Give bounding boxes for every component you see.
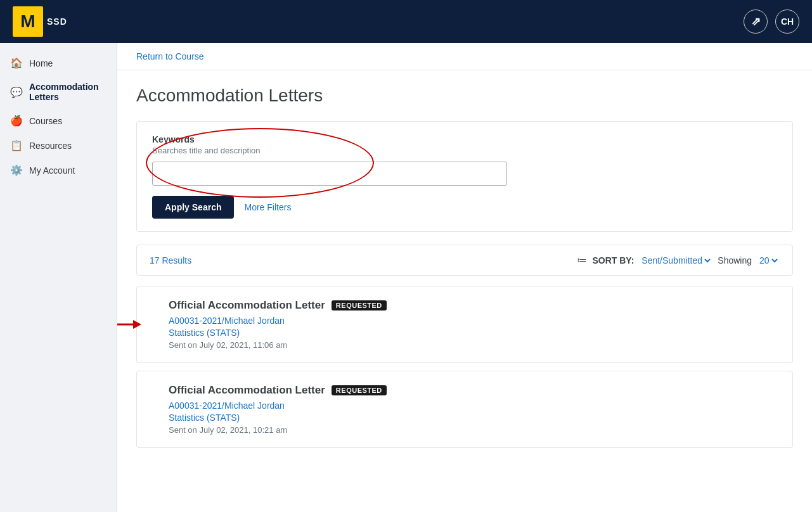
home-icon: 🏠 — [10, 57, 23, 69]
main-content: Return to Course Accommodation Letters K… — [117, 43, 812, 512]
sidebar-item-home-label: Home — [29, 58, 53, 68]
page-title: Accommodation Letters — [136, 86, 793, 106]
user-avatar[interactable]: CH — [775, 10, 799, 34]
showing-select[interactable]: 20 10 50 — [757, 255, 780, 266]
sidebar-item-home[interactable]: 🏠 Home — [0, 51, 117, 75]
sidebar-item-accommodation-letters[interactable]: 💬 Accommodation Letters — [0, 75, 117, 108]
red-arrow-icon — [117, 317, 141, 332]
result-item[interactable]: Official Accommodation Letter REQUESTED … — [136, 371, 793, 448]
sidebar-item-resources[interactable]: 📋 Resources — [0, 133, 117, 158]
my-account-icon: ⚙️ — [10, 164, 23, 176]
results-bar: 17 Results ≔ SORT BY: Sent/Submitted Tit… — [136, 245, 793, 276]
result-title-row: Official Accommodation Letter REQUESTED — [169, 384, 780, 397]
more-filters-button[interactable]: More Filters — [244, 202, 291, 212]
keywords-input[interactable] — [152, 162, 507, 186]
result-date: Sent on July 02, 2021, 10:21 am — [169, 425, 780, 435]
sort-by-label: SORT BY: — [592, 255, 634, 266]
sidebar-item-courses-label: Courses — [29, 116, 62, 126]
status-badge: REQUESTED — [332, 300, 387, 310]
result-course: Statistics (STATS) — [169, 413, 780, 423]
page-layout: 🏠 Home 💬 Accommodation Letters 🍎 Courses… — [0, 43, 812, 512]
search-buttons: Apply Search More Filters — [152, 196, 777, 219]
resources-icon: 📋 — [10, 139, 23, 151]
sidebar: 🏠 Home 💬 Accommodation Letters 🍎 Courses… — [0, 43, 117, 512]
result-course: Statistics (STATS) — [169, 328, 780, 338]
sidebar-item-courses[interactable]: 🍎 Courses — [0, 108, 117, 133]
sidebar-item-resources-label: Resources — [29, 141, 72, 151]
courses-icon: 🍎 — [10, 115, 23, 127]
status-badge: REQUESTED — [332, 385, 387, 395]
accommodation-icon: 💬 — [10, 86, 23, 98]
result-item[interactable]: Official Accommodation Letter REQUESTED … — [136, 286, 793, 363]
result-title: Official Accommodation Letter — [169, 384, 325, 397]
apply-search-button[interactable]: Apply Search — [152, 196, 234, 219]
sort-select[interactable]: Sent/Submitted Title Date — [639, 255, 712, 266]
result-date: Sent on July 02, 2021, 11:06 am — [169, 340, 780, 350]
breadcrumb-bar: Return to Course — [117, 43, 812, 70]
sort-icon: ≔ — [577, 254, 587, 266]
result-meta: A00031-2021/Michael Jordan — [169, 316, 780, 326]
sidebar-item-my-account[interactable]: ⚙️ My Account — [0, 158, 117, 182]
result-meta: A00031-2021/Michael Jordan — [169, 400, 780, 411]
link-icon-button[interactable]: ⇗ — [744, 10, 768, 34]
logo-m: M — [13, 6, 43, 37]
sidebar-item-accommodation-label: Accommodation Letters — [29, 82, 106, 102]
result-title: Official Accommodation Letter — [169, 299, 325, 312]
result-title-row: Official Accommodation Letter REQUESTED — [169, 299, 780, 312]
search-section: Keywords Searches title and description … — [136, 121, 793, 232]
logo: M SSD — [13, 6, 67, 37]
arrow-annotation — [117, 317, 141, 332]
showing-label: Showing — [718, 255, 752, 266]
app-header: M SSD ⇗ CH — [0, 0, 812, 43]
content-area: Accommodation Letters Keywords Searches … — [117, 70, 812, 471]
results-list: Official Accommodation Letter REQUESTED … — [136, 286, 793, 456]
header-icons: ⇗ CH — [744, 10, 799, 34]
logo-ssd: SSD — [47, 16, 67, 27]
sort-area: ≔ SORT BY: Sent/Submitted Title Date Sho… — [577, 254, 780, 266]
keywords-label: Keywords — [152, 134, 777, 144]
return-to-course-link[interactable]: Return to Course — [136, 51, 204, 61]
svg-marker-1 — [133, 320, 141, 329]
keywords-sublabel: Searches title and description — [152, 146, 777, 155]
results-count: 17 Results — [150, 255, 191, 266]
sidebar-item-my-account-label: My Account — [29, 165, 75, 176]
